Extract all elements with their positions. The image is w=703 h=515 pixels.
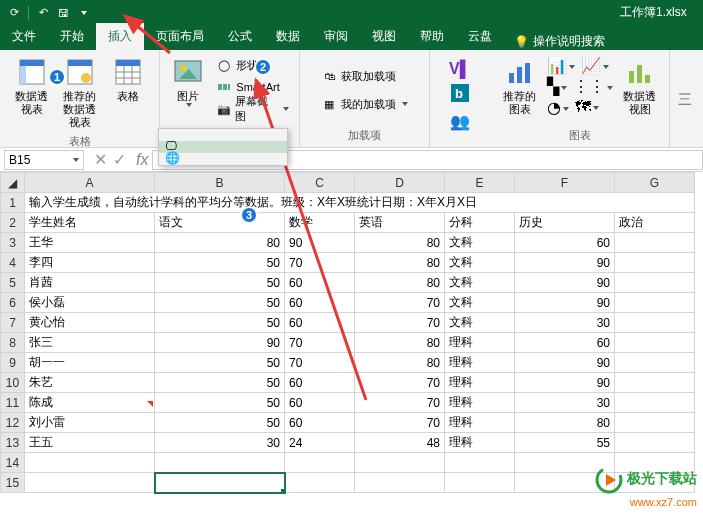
screenshot-button[interactable]: 📷屏幕截图 [212, 98, 293, 120]
cell[interactable]: 90 [155, 333, 285, 353]
cell[interactable]: 理科 [445, 333, 515, 353]
cell[interactable] [615, 293, 695, 313]
dropdown-online-pictures[interactable]: 🌐 [159, 153, 287, 165]
cell[interactable]: 历史 [515, 213, 615, 233]
cell[interactable]: 24 [285, 433, 355, 453]
people-icon[interactable]: 👥 [450, 112, 470, 131]
cell[interactable]: 文科 [445, 233, 515, 253]
cell[interactable]: 刘小雷 [25, 413, 155, 433]
tab-view[interactable]: 视图 [360, 23, 408, 50]
col-header-G[interactable]: G [615, 173, 695, 193]
row-header[interactable]: 5 [1, 273, 25, 293]
cell[interactable]: 50 [155, 313, 285, 333]
cell[interactable]: 50 [155, 353, 285, 373]
cell[interactable]: 数学 [285, 213, 355, 233]
chart-map-icon[interactable]: 🗺 [575, 98, 599, 117]
save-icon[interactable]: 🖫 [55, 5, 71, 21]
cell[interactable]: 70 [355, 373, 445, 393]
row-header[interactable]: 12 [1, 413, 25, 433]
cell[interactable]: 55 [515, 433, 615, 453]
cell[interactable] [615, 373, 695, 393]
row-header[interactable]: 9 [1, 353, 25, 373]
cell[interactable]: 80 [355, 253, 445, 273]
chart-line-icon[interactable]: 📈 [581, 56, 609, 75]
worksheet[interactable]: ◢ ABCDEFG 1输入学生成绩，自动统计学科的平均分等数据。班级：X年X班统… [0, 172, 703, 493]
cell[interactable] [615, 433, 695, 453]
enter-icon[interactable]: ✓ [113, 150, 126, 169]
cell[interactable]: 理科 [445, 353, 515, 373]
cell[interactable]: 分科 [445, 213, 515, 233]
row-header[interactable]: 7 [1, 313, 25, 333]
col-header-A[interactable]: A [25, 173, 155, 193]
cell[interactable] [615, 413, 695, 433]
cell[interactable]: 张三 [25, 333, 155, 353]
cell[interactable]: 90 [515, 273, 615, 293]
fx-icon[interactable]: fx [132, 151, 152, 169]
cell[interactable]: 70 [355, 393, 445, 413]
cell[interactable]: 文科 [445, 313, 515, 333]
cell[interactable]: 50 [155, 293, 285, 313]
cell[interactable] [615, 253, 695, 273]
grid[interactable]: ◢ ABCDEFG 1输入学生成绩，自动统计学科的平均分等数据。班级：X年X班统… [0, 172, 695, 493]
row-header[interactable]: 11 [1, 393, 25, 413]
row-header[interactable]: 14 [1, 453, 25, 473]
chart-pie-icon[interactable]: ◔ [547, 98, 569, 117]
cell[interactable]: 学生姓名 [25, 213, 155, 233]
cell[interactable]: 60 [285, 393, 355, 413]
cell[interactable]: 黄心怡 [25, 313, 155, 333]
tab-layout[interactable]: 页面布局 [144, 23, 216, 50]
cell[interactable]: 80 [515, 413, 615, 433]
row-header[interactable]: 13 [1, 433, 25, 453]
col-header-B[interactable]: B [155, 173, 285, 193]
col-header-F[interactable]: F [515, 173, 615, 193]
cell[interactable]: 50 [155, 373, 285, 393]
qat-more-icon[interactable] [75, 5, 91, 21]
chart-column-icon[interactable]: 📊 [547, 56, 575, 75]
picture-button[interactable]: 图片 [166, 54, 210, 109]
tab-review[interactable]: 审阅 [312, 23, 360, 50]
row-header[interactable]: 10 [1, 373, 25, 393]
cell[interactable] [615, 273, 695, 293]
cell[interactable]: 理科 [445, 433, 515, 453]
cell[interactable]: 理科 [445, 393, 515, 413]
row-header[interactable]: 15 [1, 473, 25, 493]
tab-cloud[interactable]: 云盘 [456, 23, 504, 50]
chart-scatter-icon[interactable]: ⋮⋮ [573, 77, 613, 96]
cell[interactable]: 60 [285, 373, 355, 393]
cell[interactable]: 王五 [25, 433, 155, 453]
cell[interactable]: 30 [515, 313, 615, 333]
cell[interactable]: 文科 [445, 293, 515, 313]
visio-icon[interactable]: V▌ [449, 60, 471, 78]
cell[interactable]: 侯小磊 [25, 293, 155, 313]
cell[interactable]: 70 [285, 353, 355, 373]
cell[interactable]: 60 [285, 313, 355, 333]
cancel-icon[interactable]: ✕ [94, 150, 107, 169]
chart-hierarchy-icon[interactable]: ▚ [547, 77, 567, 96]
cell[interactable]: 90 [515, 353, 615, 373]
tab-data[interactable]: 数据 [264, 23, 312, 50]
row-header[interactable]: 1 [1, 193, 25, 213]
cell[interactable]: 90 [515, 253, 615, 273]
tab-help[interactable]: 帮助 [408, 23, 456, 50]
cell[interactable]: 60 [515, 233, 615, 253]
cell[interactable]: 政治 [615, 213, 695, 233]
cell[interactable]: 李四 [25, 253, 155, 273]
cell[interactable]: 80 [155, 233, 285, 253]
cell[interactable]: 90 [285, 233, 355, 253]
undo-icon[interactable]: ↶ [35, 5, 51, 21]
cell[interactable] [615, 393, 695, 413]
recommended-charts-button[interactable]: 推荐的 图表 [497, 54, 543, 118]
cell[interactable]: 输入学生成绩，自动统计学科的平均分等数据。班级：X年X班统计日期：X年X月X日 [25, 193, 695, 213]
cell[interactable]: 肖茜 [25, 273, 155, 293]
tab-formulas[interactable]: 公式 [216, 23, 264, 50]
cell[interactable] [615, 353, 695, 373]
cell[interactable]: 60 [285, 413, 355, 433]
cell[interactable]: 王华 [25, 233, 155, 253]
pivotchart-button[interactable]: 数据透视图 [617, 54, 663, 118]
cell[interactable]: 70 [355, 413, 445, 433]
row-header[interactable]: 3 [1, 233, 25, 253]
cell[interactable]: 50 [155, 273, 285, 293]
cell[interactable]: 朱艺 [25, 373, 155, 393]
cell[interactable]: 50 [155, 253, 285, 273]
get-addins-button[interactable]: 🛍获取加载项 [317, 65, 400, 87]
